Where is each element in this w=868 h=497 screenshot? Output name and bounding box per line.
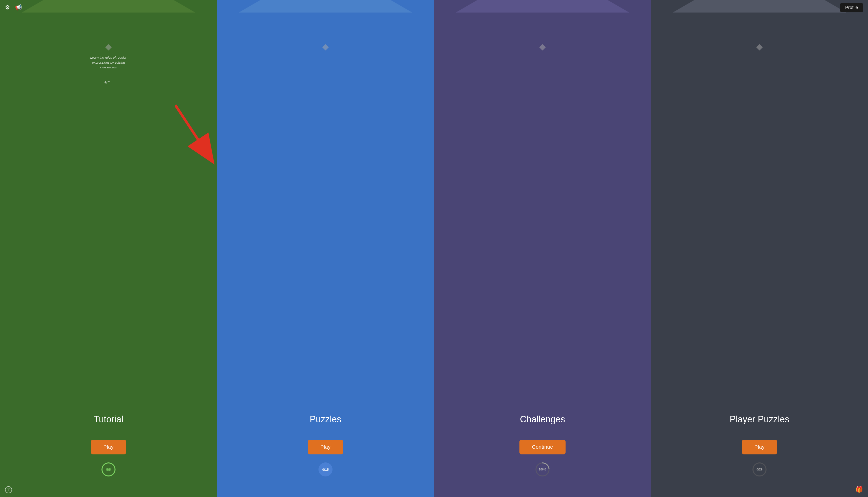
tutorial-title: Tutorial (94, 414, 124, 425)
player-progress-label: 0/29 (756, 468, 762, 471)
puzzles-play-button[interactable]: Play (308, 440, 343, 454)
help-button[interactable]: ? (5, 486, 12, 493)
top-bar-left: ⚙ 📢 (5, 4, 22, 11)
challenges-title: Challenges (520, 414, 565, 425)
tutorial-progress: 5/5 (101, 462, 116, 477)
puzzles-section: Puzzles Play 0/15 (217, 0, 434, 497)
tutorial-section: Learn the rules of regular expressions b… (0, 0, 217, 497)
puzzles-title: Puzzles (310, 414, 341, 425)
settings-button[interactable]: ⚙ (5, 4, 10, 11)
player-play-button[interactable]: Play (742, 440, 777, 454)
challenges-progress-label: 10/46 (539, 468, 546, 471)
help-icon: ? (5, 486, 12, 493)
puzzles-diamond (322, 44, 328, 51)
puzzles-progress-label: 0/15 (322, 468, 328, 471)
tutorial-hint-arrow: ↙ (102, 77, 112, 87)
tutorial-hint: Learn the rules of regular expressions b… (83, 55, 133, 70)
puzzles-progress: 0/15 (318, 462, 333, 477)
player-puzzles-section: Player Puzzles Play 0/29 (651, 0, 868, 497)
gift-button[interactable]: 🎁 (855, 486, 863, 493)
tutorial-play-button[interactable]: Play (91, 440, 126, 454)
megaphone-button[interactable]: 📢 (15, 4, 22, 11)
player-diamond (756, 44, 763, 51)
player-puzzles-title: Player Puzzles (730, 414, 789, 425)
challenges-section: Challenges Continue 10/46 (434, 0, 651, 497)
challenges-diamond (539, 44, 545, 51)
top-bar: ⚙ 📢 Profile (0, 0, 868, 15)
gift-icon: 🎁 (855, 486, 863, 493)
player-progress: 0/29 (752, 462, 767, 477)
challenges-continue-button[interactable]: Continue (520, 440, 566, 454)
tutorial-progress-label: 5/5 (106, 468, 111, 471)
profile-button[interactable]: Profile (840, 3, 863, 12)
challenges-progress: 10/46 (535, 462, 550, 477)
bottom-bar: ? 🎁 (0, 482, 868, 497)
settings-icon: ⚙ (5, 4, 10, 11)
megaphone-icon: 📢 (15, 4, 22, 11)
tutorial-diamond (105, 44, 112, 51)
